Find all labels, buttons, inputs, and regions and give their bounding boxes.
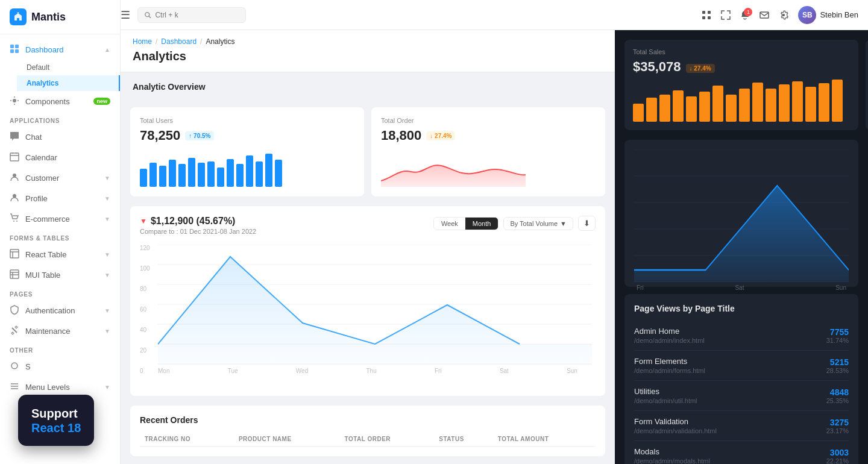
y-label-20: 20	[140, 347, 157, 354]
sidebar-item-customer-label: Customer	[25, 174, 104, 183]
page-view-form-validation-pct: 23.17%	[826, 427, 849, 434]
sidebar-item-sample-label: S	[25, 362, 110, 371]
search-input[interactable]	[155, 11, 239, 19]
grid-icon[interactable]	[702, 10, 711, 20]
page-views-title: Page Views by Page Title	[634, 304, 849, 313]
sidebar-item-profile[interactable]: Profile ▼	[0, 188, 120, 208]
sidebar-item-react-table[interactable]: React Table ▼	[0, 244, 120, 265]
breadcrumb: Home / Dashboard / Analytics	[133, 37, 603, 46]
sidebar-item-sample[interactable]: S	[0, 356, 120, 377]
svg-rect-53	[792, 81, 803, 122]
svg-rect-41	[633, 104, 644, 122]
chevron-down-icon: ▼	[104, 251, 110, 258]
content-right: Total Sales $35,078 ↓ 27.4%	[615, 30, 868, 464]
income-line-chart	[158, 245, 592, 365]
dark-chart-x-labels: Fri Sat Sun	[634, 284, 849, 291]
sidebar-item-ecommerce[interactable]: E-commerce ▼	[0, 208, 120, 229]
stat-orders-label: Total Order	[381, 117, 596, 124]
dark-sales-chart	[633, 80, 850, 122]
stat-orders-value: 18,800	[381, 128, 421, 143]
dark-x-sun: Sun	[835, 284, 846, 291]
breadcrumb-home[interactable]: Home	[133, 37, 152, 46]
page-view-utilities-title: Utilities	[634, 387, 697, 396]
dark-stat-sales-label: Total Sales	[633, 48, 850, 55]
page-view-admin-home-info: Admin Home /demo/admin/index.html	[634, 327, 705, 344]
stat-users-chart	[140, 151, 354, 187]
x-label-thu: Thu	[366, 368, 376, 374]
sample-icon	[10, 361, 20, 372]
svg-rect-51	[766, 89, 776, 122]
volume-select[interactable]: By Total Volume ▼	[503, 217, 573, 230]
svg-rect-43	[659, 95, 670, 122]
avatar-image: SB	[798, 6, 816, 24]
svg-rect-46	[699, 92, 710, 122]
dark-stats-row: Total Sales $35,078 ↓ 27.4%	[624, 40, 858, 130]
table-icon	[10, 249, 20, 260]
sidebar-item-default[interactable]: Default	[17, 60, 120, 75]
sidebar-item-chat-label: Chat	[25, 133, 110, 142]
breadcrumb-parent[interactable]: Dashboard	[161, 37, 197, 46]
page-view-modals-url: /demo/admin/modals.html	[634, 457, 710, 464]
maintenance-icon	[10, 325, 20, 336]
page-view-form-elements-pct: 28.53%	[826, 367, 849, 374]
mail-icon[interactable]	[760, 10, 769, 20]
sidebar-item-authentication-label: Authentication	[25, 306, 104, 315]
support-toast-subtitle: React 18	[31, 421, 81, 435]
stat-users-label: Total Users	[140, 117, 354, 124]
profile-icon	[10, 193, 20, 204]
page-view-form-elements-stats: 5215 28.53%	[826, 357, 849, 374]
recent-orders-title: Recent Orders	[140, 415, 596, 425]
x-label-wed: Wed	[296, 368, 308, 374]
income-arrow-icon: ▼	[140, 217, 147, 225]
svg-rect-24	[188, 158, 195, 187]
dashboard-submenu: Default Analytics	[0, 60, 120, 91]
settings-icon[interactable]	[779, 10, 788, 20]
sidebar-item-customer[interactable]: Customer ▼	[0, 168, 120, 188]
income-chart: 120 100 80 60 40 20 0	[140, 245, 596, 386]
notification-icon[interactable]: 1	[740, 10, 750, 20]
dark-stat-sales-value: $35,078	[633, 59, 681, 75]
sidebar-item-dashboard[interactable]: Dashboard ▲	[0, 39, 120, 60]
sidebar-item-chat[interactable]: Chat	[0, 127, 120, 147]
svg-rect-27	[217, 168, 224, 187]
svg-rect-29	[236, 164, 244, 187]
page-view-modals-count: 3003	[826, 448, 849, 457]
calendar-icon	[10, 152, 20, 163]
svg-rect-54	[805, 87, 816, 122]
components-icon	[10, 96, 20, 107]
svg-rect-10	[10, 249, 19, 258]
sidebar-item-maintenance[interactable]: Maintenance ▼	[0, 321, 120, 341]
user-avatar[interactable]: SB Stebin Ben	[798, 6, 858, 24]
sidebar-item-components[interactable]: Components new	[0, 91, 120, 111]
support-react-toast[interactable]: Support React 18	[18, 395, 94, 446]
search-box[interactable]	[137, 7, 246, 23]
svg-rect-20	[149, 163, 157, 187]
chevron-down-icon: ▼	[104, 175, 110, 181]
menu-toggle-button[interactable]: ☰	[121, 8, 130, 22]
mui-table-icon	[10, 269, 20, 280]
month-button[interactable]: Month	[465, 218, 498, 230]
sidebar-item-calendar[interactable]: Calendar	[0, 147, 120, 168]
y-label-60: 60	[140, 306, 157, 313]
dark-stat-sales-badge: ↓ 27.4%	[686, 64, 715, 73]
page-view-modals: Modals /demo/admin/modals.html 3003 22.2…	[634, 441, 849, 464]
svg-point-6	[13, 174, 16, 177]
fullscreen-icon[interactable]	[721, 10, 731, 20]
sidebar-item-analytics[interactable]: Analytics	[17, 75, 120, 91]
main-area: ☰ 1	[121, 0, 868, 464]
applications-section-label: Applications	[0, 111, 120, 127]
download-button[interactable]: ⬇	[578, 216, 596, 231]
chat-icon	[10, 131, 20, 142]
sidebar-item-mui-table[interactable]: MUI Table ▼	[0, 265, 120, 285]
sidebar-item-authentication[interactable]: Authentication ▼	[0, 300, 120, 321]
sidebar-item-menu-levels[interactable]: Menu Levels ▼	[0, 377, 120, 397]
page-view-utilities-pct: 25.35%	[826, 397, 849, 404]
x-label-fri: Fri	[435, 368, 442, 374]
svg-rect-42	[646, 98, 657, 122]
svg-rect-21	[159, 166, 166, 187]
page-view-admin-home-count: 7755	[826, 327, 849, 337]
page-view-modals-title: Modals	[634, 447, 710, 456]
volume-label: By Total Volume	[510, 220, 558, 227]
dark-x-sat: Sat	[735, 284, 744, 291]
week-button[interactable]: Week	[434, 218, 465, 230]
